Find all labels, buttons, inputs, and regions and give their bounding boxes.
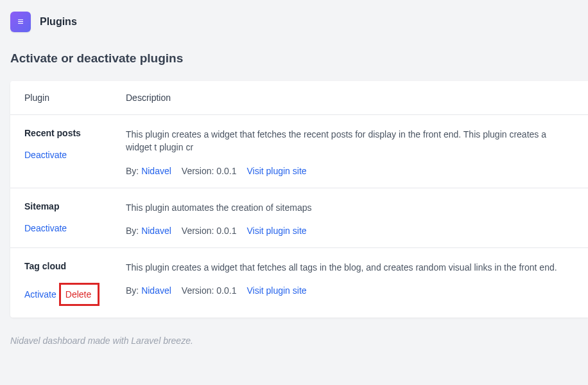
column-header-description: Description xyxy=(126,93,171,103)
header-title: Plugins xyxy=(40,16,77,28)
deactivate-link[interactable]: Deactivate xyxy=(24,223,67,233)
by-label: By: xyxy=(126,166,139,176)
app-logo-icon: ≡ xyxy=(10,12,31,32)
version-text: Version: 0.0.1 xyxy=(182,226,237,236)
by-group: By: Nidavel xyxy=(126,285,171,296)
table-row: Sitemap Deactivate This plugin automates… xyxy=(10,188,588,248)
visit-plugin-link[interactable]: Visit plugin site xyxy=(246,285,306,296)
deactivate-link[interactable]: Deactivate xyxy=(24,150,67,160)
table-row: Recent posts Deactivate This plugin crea… xyxy=(10,115,588,188)
plugin-description: This plugin creates a widget that fetche… xyxy=(126,261,574,274)
author-link[interactable]: Nidavel xyxy=(141,226,171,236)
author-link[interactable]: Nidavel xyxy=(141,166,171,176)
plugin-actions: Activate Delete xyxy=(24,283,126,306)
by-group: By: Nidavel xyxy=(126,166,171,176)
menu-lines-icon: ≡ xyxy=(17,17,23,27)
visit-plugin-link[interactable]: Visit plugin site xyxy=(246,166,306,176)
plugin-description: This plugin automates the creation of si… xyxy=(126,201,574,214)
visit-plugin-link[interactable]: Visit plugin site xyxy=(246,226,306,236)
plugin-meta: By: Nidavel Version: 0.0.1 Visit plugin … xyxy=(126,226,574,236)
version-text: Version: 0.0.1 xyxy=(182,285,237,296)
app-header: ≡ Plugins xyxy=(0,0,588,44)
plugin-cell: Tag cloud Activate Delete xyxy=(24,261,126,306)
version-text: Version: 0.0.1 xyxy=(182,166,237,176)
description-cell: This plugin creates a widget that fetche… xyxy=(126,261,574,296)
table-row: Tag cloud Activate Delete This plugin cr… xyxy=(10,248,588,318)
by-label: By: xyxy=(126,226,139,236)
delete-link[interactable]: Delete xyxy=(65,289,91,300)
author-link[interactable]: Nidavel xyxy=(141,285,171,296)
plugin-meta: By: Nidavel Version: 0.0.1 Visit plugin … xyxy=(126,285,574,296)
highlight-box: Delete xyxy=(59,283,99,306)
table-header-row: Plugin Description xyxy=(10,81,588,115)
description-cell: This plugin creates a widget that fetche… xyxy=(126,128,574,176)
activate-link[interactable]: Activate xyxy=(24,289,56,300)
plugin-actions: Deactivate xyxy=(24,223,126,233)
plugin-name: Recent posts xyxy=(24,128,126,138)
description-cell: This plugin automates the creation of si… xyxy=(126,201,574,236)
page-title: Activate or deactivate plugins xyxy=(0,44,588,81)
plugin-name: Tag cloud xyxy=(24,261,126,271)
plugin-description: This plugin creates a widget that fetche… xyxy=(126,128,574,154)
plugin-actions: Deactivate xyxy=(24,150,126,160)
by-group: By: Nidavel xyxy=(126,226,171,236)
plugin-name: Sitemap xyxy=(24,201,126,211)
plugin-cell: Sitemap Deactivate xyxy=(24,201,126,233)
column-header-plugin: Plugin xyxy=(24,93,126,103)
plugin-meta: By: Nidavel Version: 0.0.1 Visit plugin … xyxy=(126,166,574,176)
by-label: By: xyxy=(126,285,139,296)
footer-text: Nidavel dashboard made with Laravel bree… xyxy=(0,318,588,364)
plugins-table: Plugin Description Recent posts Deactiva… xyxy=(10,81,588,318)
plugin-cell: Recent posts Deactivate xyxy=(24,128,126,160)
